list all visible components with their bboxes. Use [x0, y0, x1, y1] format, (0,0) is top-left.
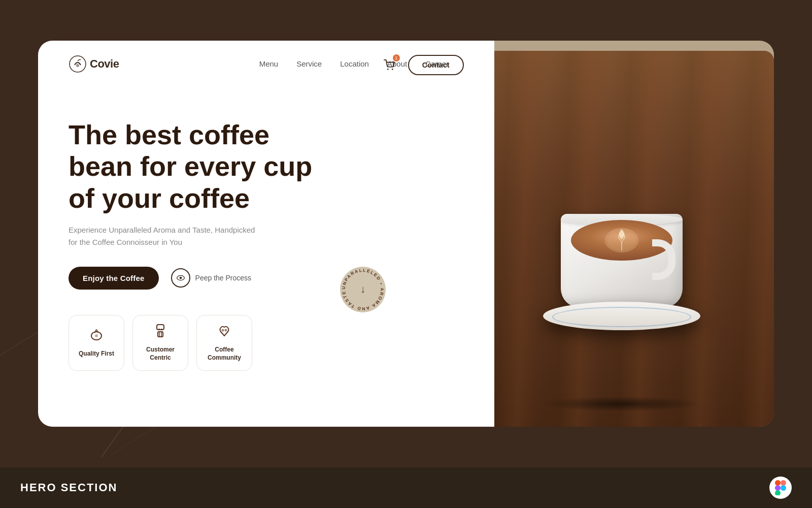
svg-point-7 — [95, 334, 98, 337]
cart-icon — [384, 59, 395, 71]
cta-secondary-label: Peep the Process — [195, 274, 252, 282]
cart-button[interactable]: 1 — [380, 55, 399, 75]
svg-point-3 — [392, 69, 393, 70]
coffee-image — [494, 51, 774, 427]
cup-body — [561, 214, 683, 308]
big-cup — [540, 168, 703, 330]
cup-handle — [652, 239, 675, 280]
svg-rect-9 — [158, 332, 163, 337]
svg-point-21 — [781, 485, 786, 491]
nav-service[interactable]: Service — [296, 59, 322, 68]
hero-subtitle: Experience Unparalleled Aroma and Taste,… — [69, 224, 261, 248]
feature-card-quality[interactable]: Quality First — [69, 315, 124, 371]
bottom-bar: HERO SECTION — [0, 467, 812, 508]
svg-text:↓: ↓ — [360, 283, 365, 295]
bottom-bar-title: HERO SECTION — [20, 481, 117, 494]
feature-card-customer[interactable]: Customer Centric — [132, 315, 188, 371]
nav-actions: 1 Contact — [380, 55, 464, 75]
feature-card-community[interactable]: Coffee Community — [196, 315, 252, 371]
circular-badge: UNPARALLELED • AROMA AND TASTE • ↓ — [337, 264, 388, 315]
hero-actions: Enjoy the Coffee Peep the Process — [69, 267, 464, 290]
cup-scene — [540, 147, 703, 330]
svg-point-5 — [179, 277, 182, 279]
contact-button[interactable]: Contact — [408, 55, 464, 75]
community-label: Coffee Community — [203, 346, 246, 362]
svg-rect-20 — [775, 490, 781, 495]
customer-label: Customer Centric — [139, 346, 182, 362]
logo-text: Covie — [90, 57, 119, 71]
community-icon — [217, 324, 231, 341]
svg-rect-18 — [781, 480, 786, 486]
figma-icon[interactable] — [769, 477, 792, 499]
left-section: Covie Menu Service Location About Career — [38, 41, 494, 427]
logo[interactable]: Covie — [69, 55, 119, 73]
cta-primary-button[interactable]: Enjoy the Coffee — [69, 267, 159, 290]
cart-badge: 1 — [393, 54, 400, 61]
feature-cards: Quality First Customer C — [69, 315, 464, 371]
cup-shadow — [540, 396, 703, 411]
eye-icon — [171, 268, 190, 288]
navbar: Covie Menu Service Location About Career — [69, 41, 464, 83]
quality-label: Quality First — [79, 350, 114, 358]
hero-title: The best coffee bean for every cup of yo… — [69, 119, 332, 213]
nav-location[interactable]: Location — [340, 59, 369, 68]
svg-rect-17 — [775, 480, 781, 486]
nav-menu[interactable]: Menu — [259, 59, 279, 68]
svg-point-1 — [76, 64, 79, 67]
svg-point-10 — [222, 329, 224, 332]
cup-saucer — [543, 302, 700, 330]
right-section — [494, 41, 774, 427]
svg-rect-19 — [775, 485, 781, 491]
latte-art — [601, 224, 642, 257]
svg-rect-8 — [157, 325, 164, 330]
customer-icon — [154, 324, 167, 341]
logo-icon — [69, 55, 87, 73]
quality-icon — [89, 328, 104, 345]
cta-secondary-button[interactable]: Peep the Process — [171, 268, 252, 288]
svg-point-2 — [387, 69, 389, 70]
svg-point-11 — [225, 329, 227, 332]
hero-content: The best coffee bean for every cup of yo… — [69, 83, 464, 401]
main-card: Covie Menu Service Location About Career — [38, 41, 774, 427]
